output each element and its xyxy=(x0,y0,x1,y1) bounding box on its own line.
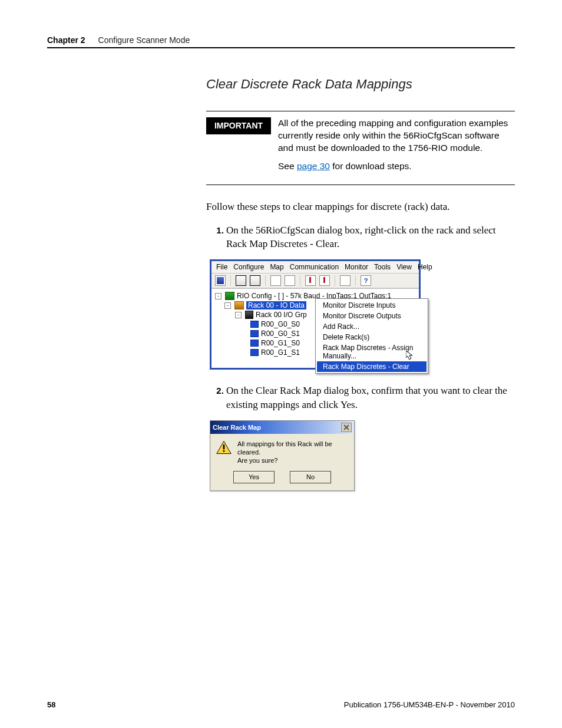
header-rule xyxy=(47,47,515,48)
section-title: Clear Discrete Rack Data Mappings xyxy=(206,77,515,92)
menu-map[interactable]: Map xyxy=(270,263,283,271)
save-icon[interactable] xyxy=(215,275,226,286)
slot-icon xyxy=(250,321,259,328)
toolbar-icon[interactable] xyxy=(285,275,295,286)
tree-view: - RIO Config - [ ] - 57k Baud - InpTags:… xyxy=(211,288,419,368)
step-2: On the Clear Rack Map dialog box, confir… xyxy=(226,384,515,412)
toolbar xyxy=(211,273,419,288)
page-number: 58 xyxy=(47,700,55,709)
pin-icon[interactable] xyxy=(319,275,330,286)
menu-item-add-rack[interactable]: Add Rack... xyxy=(317,321,427,332)
group-icon xyxy=(245,311,253,319)
publication-id: Publication 1756-UM534B-EN-P - November … xyxy=(344,700,515,709)
config-icon xyxy=(225,292,234,300)
important-badge: IMPORTANT xyxy=(206,117,271,134)
toolbar-icon[interactable] xyxy=(270,275,281,286)
toolbar-icon[interactable] xyxy=(340,275,351,286)
collapse-icon[interactable]: - xyxy=(235,312,242,318)
menu-configure[interactable]: Configure xyxy=(233,263,264,271)
warning-icon xyxy=(216,440,232,455)
close-icon[interactable] xyxy=(341,423,352,432)
collapse-icon[interactable]: - xyxy=(215,293,222,299)
dialog-titlebar: Clear Rack Map xyxy=(210,421,354,434)
menu-item-monitor-inputs[interactable]: Monitor Discrete Inputs xyxy=(317,300,427,311)
slot-icon xyxy=(250,349,259,356)
rio-config-window: File Configure Map Communication Monitor… xyxy=(210,259,421,370)
menu-item-delete-racks[interactable]: Delete Rack(s) xyxy=(317,332,427,342)
menu-tools[interactable]: Tools xyxy=(374,263,391,271)
svg-marker-0 xyxy=(406,351,412,360)
cursor-icon xyxy=(406,351,415,360)
page-link[interactable]: page 30 xyxy=(297,161,330,171)
important-see: See page 30 for download steps. xyxy=(278,160,515,173)
context-menu: Monitor Discrete Inputs Monitor Discrete… xyxy=(315,298,428,374)
important-text: All of the preceding mapping and configu… xyxy=(278,117,515,179)
pin-icon[interactable] xyxy=(305,275,316,286)
running-header: Chapter 2 Configure Scanner Mode xyxy=(47,35,515,45)
help-icon[interactable] xyxy=(361,275,371,286)
step-1: On the 56RioCfgScan dialog box, right-cl… xyxy=(226,223,515,252)
no-button[interactable]: No xyxy=(290,471,331,483)
menu-item-clear[interactable]: Rack Map Discretes - Clear xyxy=(317,361,427,372)
svg-rect-4 xyxy=(223,444,225,449)
menu-file[interactable]: File xyxy=(216,263,227,271)
menu-view[interactable]: View xyxy=(396,263,412,271)
rack-icon xyxy=(234,301,244,309)
selected-node: Rack 00 - IO Data xyxy=(246,301,306,309)
menu-communication[interactable]: Communication xyxy=(290,263,339,271)
dialog-message: All mappings for this Rack will be clear… xyxy=(237,440,348,465)
important-callout: IMPORTANT All of the preceding mapping a… xyxy=(206,111,515,185)
toolbar-icon[interactable] xyxy=(250,275,260,286)
svg-rect-5 xyxy=(223,450,225,452)
chapter-title: Configure Scanner Mode xyxy=(98,35,190,45)
chapter-label: Chapter 2 xyxy=(47,35,85,45)
menu-monitor[interactable]: Monitor xyxy=(345,263,368,271)
clear-rack-map-dialog: Clear Rack Map All mappings for xyxy=(210,420,355,491)
toolbar-icon[interactable] xyxy=(236,275,246,286)
slot-icon xyxy=(250,340,259,347)
slot-icon xyxy=(250,330,259,337)
menubar: File Configure Map Communication Monitor… xyxy=(211,261,419,273)
page-footer: 58 Publication 1756-UM534B-EN-P - Novemb… xyxy=(47,700,515,709)
important-body: All of the preceding mapping and configu… xyxy=(278,117,515,154)
menu-help[interactable]: Help xyxy=(418,263,432,271)
collapse-icon[interactable]: - xyxy=(224,302,231,309)
menu-item-monitor-outputs[interactable]: Monitor Discrete Outputs xyxy=(317,311,427,321)
intro-paragraph: Follow these steps to clear mappings for… xyxy=(206,200,515,214)
dialog-title: Clear Rack Map xyxy=(213,424,261,431)
yes-button[interactable]: Yes xyxy=(233,471,275,483)
